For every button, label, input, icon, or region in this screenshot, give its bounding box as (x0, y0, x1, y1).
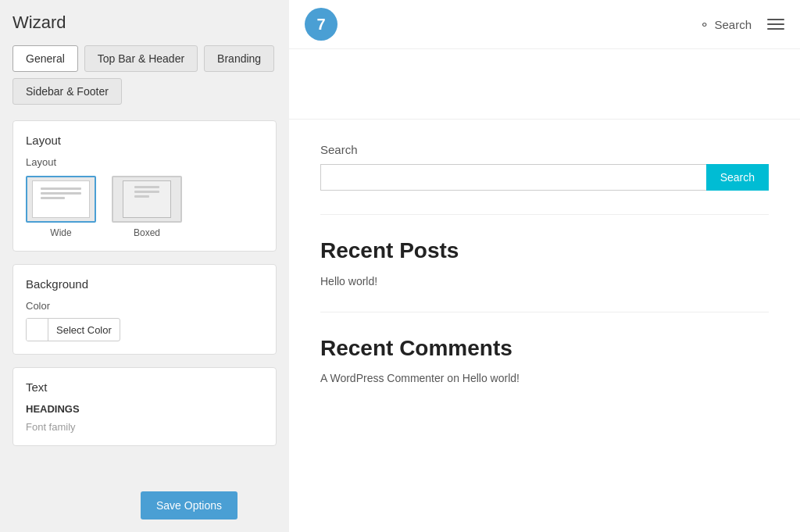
tab-general[interactable]: General (12, 45, 78, 72)
thumb-inner-boxed (123, 180, 171, 218)
main-content: Search Search Recent Posts Hello world! … (289, 120, 800, 455)
ham-line (767, 19, 784, 20)
layout-boxed-label: Boxed (134, 227, 160, 238)
save-options-button[interactable]: Save Options (141, 491, 238, 520)
color-picker-button[interactable]: Select Color (26, 318, 120, 341)
search-widget-title: Search (320, 143, 769, 156)
layout-field-label: Layout (26, 156, 263, 168)
layout-option-wide[interactable]: Wide (26, 176, 96, 238)
layout-thumb-boxed (112, 176, 182, 223)
search-submit-button[interactable]: Search (706, 164, 769, 191)
color-btn-label: Select Color (48, 321, 120, 339)
layout-option-boxed[interactable]: Boxed (112, 176, 182, 238)
recent-post-item[interactable]: Hello world! (320, 275, 377, 287)
search-input[interactable] (320, 164, 706, 191)
top-nav: 7 ⚬ Search (289, 0, 800, 49)
headings-label: HEADINGS (26, 403, 263, 415)
right-panel: 7 ⚬ Search Search Search Recent Posts He… (289, 0, 800, 532)
ham-line (767, 23, 784, 25)
tab-topbar[interactable]: Top Bar & Header (84, 45, 198, 72)
search-widget: Search Search (320, 143, 769, 215)
layout-wide-label: Wide (50, 227, 71, 238)
wizard-title: Wizard (12, 12, 277, 33)
font-family-label: Font family (26, 421, 263, 433)
thumb-line (41, 192, 81, 195)
layout-options: Wide Boxed (26, 176, 263, 238)
text-section: Text HEADINGS Font family (12, 367, 277, 446)
layout-thumb-wide (26, 176, 96, 223)
thumb-line (41, 187, 81, 190)
tab-branding[interactable]: Branding (204, 45, 274, 72)
nav-hamburger[interactable] (767, 19, 784, 30)
layout-section: Layout Layout Wide (12, 120, 277, 252)
text-section-title: Text (26, 380, 263, 394)
search-row: Search (320, 164, 769, 191)
thumb-line (41, 197, 65, 199)
color-label: Color (26, 300, 263, 312)
ham-line (767, 28, 784, 30)
thumb-lines-wide (41, 187, 81, 202)
background-section-title: Background (26, 277, 263, 291)
recent-posts-widget: Recent Posts Hello world! (320, 238, 769, 312)
site-logo[interactable]: 7 (305, 8, 338, 41)
thumb-line (134, 191, 159, 193)
color-swatch (27, 319, 48, 341)
nav-search-label: Search (714, 18, 752, 31)
tab-buttons: General Top Bar & Header Branding Sideba… (12, 45, 277, 105)
thumb-line (134, 195, 149, 198)
thumb-line (134, 186, 159, 188)
thumb-inner-wide (32, 180, 90, 218)
recent-posts-heading: Recent Posts (320, 238, 769, 263)
left-panel: Wizard General Top Bar & Header Branding… (0, 0, 289, 532)
background-section: Background Color Select Color (12, 264, 277, 355)
search-icon: ⚬ (699, 17, 709, 32)
thumb-lines-boxed (134, 186, 159, 200)
layout-section-title: Layout (26, 134, 263, 147)
nav-search[interactable]: ⚬ Search (699, 17, 752, 32)
recent-comments-widget: Recent Comments A WordPress Commenter on… (320, 336, 769, 408)
hero-area (289, 49, 800, 120)
recent-comments-text: A WordPress Commenter on Hello world! (320, 372, 769, 384)
tab-sidebar[interactable]: Sidebar & Footer (12, 78, 122, 105)
recent-comments-heading: Recent Comments (320, 336, 769, 361)
